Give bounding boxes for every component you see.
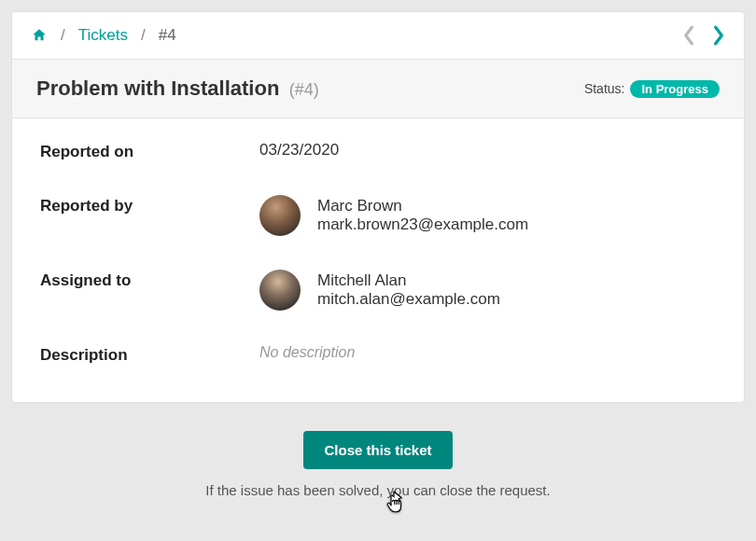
page-title: Problem with Installation: [36, 76, 279, 100]
close-hint: If the issue has been solved, you can cl…: [11, 482, 745, 498]
reported-on-value: 03/23/2020: [259, 141, 339, 160]
status-badge: In Progress: [630, 80, 720, 98]
status-label: Status:: [584, 81, 625, 96]
breadcrumb-tickets[interactable]: Tickets: [78, 26, 128, 45]
breadcrumb: / Tickets / #4: [12, 12, 744, 59]
assignee-email: mitch.alan@example.com: [317, 290, 500, 309]
home-icon[interactable]: [31, 27, 48, 44]
reported-on-label: Reported on: [40, 141, 259, 161]
reporter-email: mark.brown23@example.com: [317, 215, 528, 234]
action-area: Close this ticket If the issue has been …: [11, 431, 745, 498]
assignee-avatar: [259, 270, 301, 311]
breadcrumb-sep: /: [57, 26, 69, 45]
close-ticket-button[interactable]: Close this ticket: [303, 431, 452, 469]
status-wrap: Status: In Progress: [584, 80, 720, 98]
ticket-id: (#4): [289, 80, 319, 99]
description-label: Description: [40, 344, 259, 365]
reporter-name: Marc Brown: [317, 197, 528, 215]
ticket-header: Problem with Installation (#4) Status: I…: [12, 59, 744, 118]
ticket-card: / Tickets / #4 Problem with Installation…: [11, 11, 745, 403]
chevron-right-icon[interactable]: [712, 25, 725, 46]
breadcrumb-current: #4: [159, 26, 176, 45]
reported-by-label: Reported by: [40, 195, 259, 215]
description-value: No description: [259, 344, 355, 361]
breadcrumb-sep: /: [137, 26, 149, 45]
ticket-body: Reported on 03/23/2020 Reported by Marc …: [12, 118, 744, 402]
chevron-left-icon[interactable]: [682, 25, 695, 46]
assigned-to-label: Assigned to: [40, 270, 259, 290]
assignee-name: Mitchell Alan: [317, 271, 500, 290]
reporter-avatar: [259, 195, 301, 236]
